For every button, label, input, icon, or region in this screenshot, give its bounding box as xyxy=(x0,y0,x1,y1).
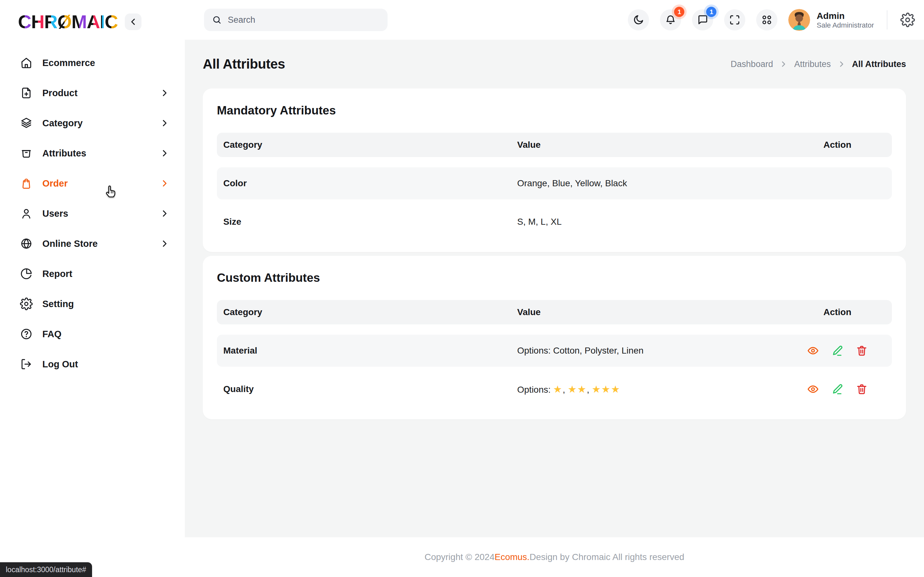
sidebar-item-label: FAQ xyxy=(42,329,61,340)
action-cell xyxy=(789,383,885,395)
dark-mode-button[interactable] xyxy=(628,9,649,31)
chevron-left-icon xyxy=(128,17,138,27)
category-cell: Quality xyxy=(223,384,517,394)
chevron-right-icon xyxy=(160,209,170,218)
logo-letter: C xyxy=(105,11,118,32)
category-cell: Size xyxy=(223,217,517,227)
chromaic-logo[interactable]: CHRØMAIC xyxy=(18,11,118,32)
search-box[interactable] xyxy=(204,9,388,31)
notification-badge: 1 xyxy=(674,7,684,17)
globe-icon xyxy=(20,237,33,250)
page-header: All Attributes DashboardAttributesAll At… xyxy=(203,56,906,72)
value-cell: Orange, Blue, Yellow, Black xyxy=(517,178,789,189)
apps-button[interactable] xyxy=(756,9,777,31)
category-cell: Color xyxy=(223,178,517,189)
column-header-action: Action xyxy=(789,307,885,318)
view-button[interactable] xyxy=(807,345,819,357)
divider xyxy=(887,10,887,29)
bell-icon xyxy=(665,14,676,26)
breadcrumb-separator-icon xyxy=(837,60,846,68)
table-row-material: MaterialOptions: Cotton, Polyster, Linen xyxy=(217,335,892,367)
column-header-category: Category xyxy=(223,140,517,150)
pie-chart-icon xyxy=(20,268,33,280)
notifications-button[interactable]: 1 xyxy=(660,9,681,31)
sidebar-item-attributes[interactable]: Attributes xyxy=(0,138,185,168)
ecomus-link[interactable]: Ecomus. xyxy=(494,552,529,562)
delete-button[interactable] xyxy=(856,383,868,395)
table-row-size: SizeS, M, L, XL xyxy=(217,206,892,238)
fullscreen-button[interactable] xyxy=(724,9,745,31)
settings-button[interactable] xyxy=(900,13,915,27)
fullscreen-icon xyxy=(729,14,740,26)
value-cell: S, M, L, XL xyxy=(517,217,789,227)
logo-letter: I xyxy=(100,11,105,32)
search-input[interactable] xyxy=(228,15,380,25)
apps-grid-icon xyxy=(761,14,772,26)
sidebar-header: CHRØMAIC xyxy=(0,0,185,32)
sidebar-item-label: Order xyxy=(42,178,68,189)
chevron-right-icon xyxy=(160,148,170,158)
trash-icon xyxy=(856,345,868,357)
sidebar-item-label: Attributes xyxy=(42,148,86,159)
attribute-cards: Mandatory AttributesCategoryValueActionC… xyxy=(203,89,906,419)
sidebar: CHRØMAIC EcommerceProductCategoryAttribu… xyxy=(0,0,185,577)
sidebar-collapse-button[interactable] xyxy=(125,13,142,30)
logo-letter: C xyxy=(18,11,31,32)
mandatory-attributes-card: Mandatory AttributesCategoryValueActionC… xyxy=(203,89,906,252)
column-header-value: Value xyxy=(517,307,789,318)
sidebar-item-label: Online Store xyxy=(42,239,97,249)
star-rating: ★ xyxy=(553,384,563,395)
breadcrumb-item-all-attributes: All Attributes xyxy=(852,59,906,69)
chevron-right-icon xyxy=(160,239,170,248)
edit-button[interactable] xyxy=(831,383,843,395)
sidebar-item-ecommerce[interactable]: Ecommerce xyxy=(0,48,185,78)
custom-attributes-card: Custom AttributesCategoryValueActionMate… xyxy=(203,256,906,419)
delete-button[interactable] xyxy=(856,345,868,357)
logo-letter: R xyxy=(44,11,57,32)
sidebar-item-log-out[interactable]: Log Out xyxy=(0,349,185,379)
breadcrumb-item-dashboard[interactable]: Dashboard xyxy=(730,59,773,69)
sidebar-item-category[interactable]: Category xyxy=(0,108,185,138)
sidebar-item-label: Users xyxy=(42,208,68,219)
sidebar-item-setting[interactable]: Setting xyxy=(0,289,185,319)
sidebar-item-label: Product xyxy=(42,88,78,98)
sidebar-item-online-store[interactable]: Online Store xyxy=(0,229,185,259)
user-icon xyxy=(20,207,33,220)
edit-icon xyxy=(831,383,843,395)
category-cell: Material xyxy=(223,346,517,356)
eye-icon xyxy=(807,383,819,395)
sidebar-item-label: Ecommerce xyxy=(42,58,95,68)
message-badge: 1 xyxy=(706,7,716,17)
topbar-actions: 1 1 Admin Sale Administrator xyxy=(628,9,924,31)
logo-letter: M xyxy=(71,11,87,32)
edit-button[interactable] xyxy=(831,345,843,357)
chevron-right-icon xyxy=(160,179,170,188)
sidebar-item-product[interactable]: Product xyxy=(0,78,185,108)
breadcrumb: DashboardAttributesAll Attributes xyxy=(730,59,906,69)
topbar: 1 1 Admin Sale Administrator xyxy=(185,0,924,40)
chevron-right-icon xyxy=(160,118,170,128)
breadcrumb-item-attributes[interactable]: Attributes xyxy=(794,59,830,69)
sidebar-item-label: Report xyxy=(42,269,72,279)
gear-icon xyxy=(20,298,33,310)
sidebar-item-users[interactable]: Users xyxy=(0,198,185,229)
logo-letter: A xyxy=(87,11,100,32)
copyright-text: Design by Chromaic All rights reserved xyxy=(529,552,684,562)
view-button[interactable] xyxy=(807,383,819,395)
sidebar-item-label: Setting xyxy=(42,299,74,309)
user-name: Admin xyxy=(817,11,874,21)
sidebar-item-order[interactable]: Order xyxy=(0,168,185,198)
sidebar-item-faq[interactable]: FAQ xyxy=(0,319,185,349)
value-cell: Options: ★, ★★, ★★★ xyxy=(517,384,789,395)
sidebar-item-label: Log Out xyxy=(42,359,78,370)
eye-icon xyxy=(807,345,819,357)
messages-button[interactable]: 1 xyxy=(692,9,713,31)
column-header-category: Category xyxy=(223,307,517,318)
user-role: Sale Administrator xyxy=(817,21,874,29)
sidebar-menu: EcommerceProductCategoryAttributesOrderU… xyxy=(0,48,185,379)
log-out-icon xyxy=(20,358,33,371)
section-title: Mandatory Attributes xyxy=(217,104,892,117)
user-menu[interactable]: Admin Sale Administrator xyxy=(788,9,874,31)
page-title: All Attributes xyxy=(203,56,285,72)
sidebar-item-report[interactable]: Report xyxy=(0,259,185,289)
